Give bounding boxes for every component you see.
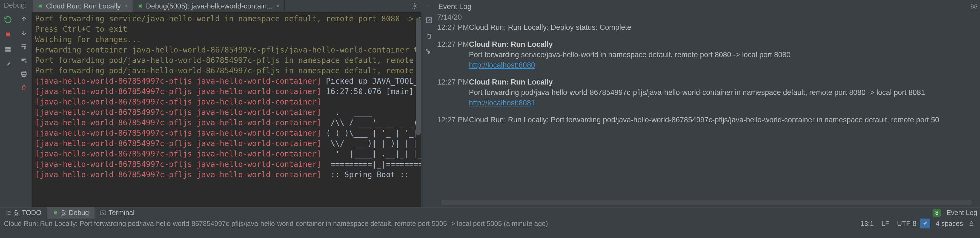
svg-rect-13 (100, 211, 105, 215)
trash-icon[interactable] (424, 31, 435, 41)
svg-rect-6 (8, 47, 11, 49)
event-log-title: Event Log (438, 2, 472, 11)
event-log-gutter (421, 12, 437, 207)
event-count-badge: 3 (932, 209, 941, 217)
event-time: 12:27 PM (437, 39, 469, 49)
scrollbar-horizontal[interactable] (441, 200, 972, 205)
pin-icon[interactable] (2, 59, 13, 70)
collapse-icon[interactable] (424, 15, 435, 26)
svg-point-3 (973, 6, 975, 8)
event-time: 12:27 PM (437, 114, 469, 125)
line-separator[interactable]: LF (878, 220, 893, 228)
rerun-icon[interactable] (2, 14, 13, 25)
status-message: Cloud Run: Run Locally: Port forwarding … (4, 220, 548, 228)
svg-rect-5 (5, 47, 8, 49)
bug-icon (37, 3, 43, 9)
indent-info[interactable]: 4 spaces (932, 220, 967, 228)
tab-cloud-run[interactable]: Cloud Run: Run Locally × (33, 0, 133, 12)
event-time: 12:27 PM (437, 22, 469, 33)
event-log-date: 7/14/20 (437, 13, 980, 22)
event-link[interactable]: http://localhost:8081 (469, 99, 535, 107)
tool-label: 6: TODO (14, 209, 41, 217)
caret-position[interactable]: 13:1 (856, 220, 878, 228)
event-entry[interactable]: 12:27 PMCloud Run: Run Locally (437, 39, 980, 49)
svg-rect-4 (6, 33, 10, 36)
file-encoding[interactable]: UTF-8 (893, 220, 920, 228)
debug-console[interactable]: Port forwarding service/java-hello-world… (32, 12, 421, 207)
event-title: Cloud Run: Run Locally (469, 78, 553, 86)
tab-label: Cloud Run: Run Locally (46, 2, 121, 10)
event-body: Cloud Run: Run Locally: Port forwarding … (469, 114, 939, 125)
event-log-body[interactable]: 7/14/20 12:27 PMCloud Run: Run Locally: … (437, 12, 980, 207)
tool-window-bar: 6: TODO 5: Debug Terminal 3 Event Log (0, 207, 980, 218)
minimize-icon[interactable] (421, 0, 433, 12)
tool-todo[interactable]: 6: TODO (0, 207, 47, 219)
stop-icon[interactable] (2, 29, 13, 40)
layout-icon[interactable] (2, 44, 13, 55)
arrow-up-icon[interactable] (18, 14, 29, 25)
svg-rect-14 (970, 223, 973, 225)
svg-rect-7 (5, 49, 11, 52)
console-tools-gutter (16, 12, 32, 207)
gear-icon[interactable] (409, 0, 421, 12)
wrench-icon[interactable] (424, 46, 435, 57)
event-entry[interactable]: 12:27 PMCloud Run: Run Locally (437, 77, 980, 87)
svg-point-2 (414, 5, 416, 7)
tool-label: Event Log (946, 209, 977, 217)
scrollbar-vertical[interactable] (416, 17, 421, 135)
bug-icon (137, 3, 143, 9)
lock-icon[interactable] (967, 221, 976, 227)
event-title: Cloud Run: Run Locally (469, 40, 553, 48)
event-entry[interactable]: 12:27 PMCloud Run: Run Locally: Deploy s… (437, 22, 980, 33)
event-body: Cloud Run: Run Locally: Deploy status: C… (469, 22, 631, 33)
close-icon[interactable]: × (125, 2, 128, 10)
trash-icon[interactable] (18, 82, 29, 93)
tool-label: Terminal (109, 209, 134, 217)
inspection-icon[interactable] (920, 219, 930, 228)
event-entry[interactable]: 12:27 PMCloud Run: Run Locally: Port for… (437, 114, 980, 125)
soft-wrap-icon[interactable] (18, 41, 29, 52)
tool-event-log[interactable]: 3 Event Log (927, 207, 980, 219)
tool-debug[interactable]: 5: Debug (47, 207, 94, 219)
tool-terminal[interactable]: Terminal (94, 207, 140, 219)
tab-debug-5005[interactable]: Debug(5005): java-hello-world-contain...… (133, 0, 285, 12)
run-controls-gutter (0, 12, 16, 207)
print-icon[interactable] (18, 68, 29, 79)
event-body: Port forwarding service/java-hello-world… (437, 49, 980, 60)
debug-label: Debug: (0, 0, 33, 12)
gear-icon[interactable] (968, 3, 980, 10)
scroll-to-end-icon[interactable] (18, 55, 29, 66)
close-icon[interactable]: × (276, 2, 280, 10)
event-time: 12:27 PM (437, 77, 469, 87)
status-bar: Cloud Run: Run Locally: Port forwarding … (0, 218, 980, 229)
tool-label: 5: Debug (61, 209, 89, 217)
arrow-down-icon[interactable] (18, 27, 29, 38)
event-link[interactable]: http://localhost:8080 (469, 61, 535, 69)
event-body: Port forwarding pod/java-hello-world-867… (437, 87, 980, 98)
tab-label: Debug(5005): java-hello-world-contain... (146, 2, 272, 10)
